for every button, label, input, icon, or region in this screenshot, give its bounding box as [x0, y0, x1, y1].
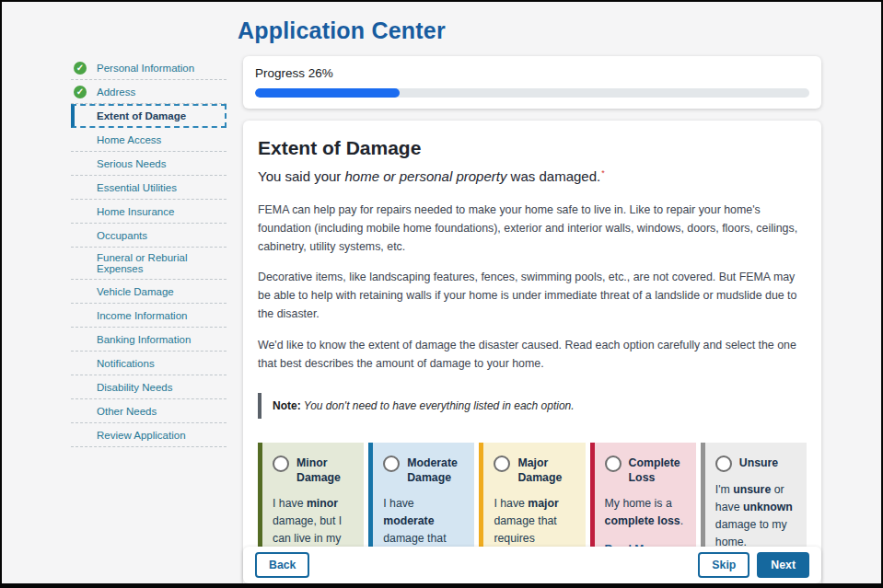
extent-of-damage-panel: Extent of Damage You said your home or p… — [243, 121, 821, 588]
required-asterisk: * — [601, 168, 605, 178]
description-text: I have — [273, 497, 307, 510]
sidebar-item-label: Vehicle Damage — [97, 286, 174, 297]
option-description: My home is a complete loss. — [605, 495, 686, 530]
section-heading: Extent of Damage — [258, 137, 807, 159]
description-bold: moderate — [383, 514, 434, 527]
application-window: Application Center ✓ Personal Informatio… — [0, 0, 883, 588]
info-paragraph: Decorative items, like landscaping featu… — [258, 268, 807, 323]
sidebar-item-personal-information[interactable]: ✓ Personal Information — [71, 56, 227, 80]
page-title: Application Center — [238, 17, 446, 44]
skip-button[interactable]: Skip — [698, 552, 749, 578]
option-title: Minor Damage — [296, 455, 354, 486]
progress-card: Progress 26% — [243, 56, 821, 109]
description-bold: unsure — [733, 483, 771, 496]
subheading-text: You said your — [258, 168, 345, 184]
sidebar-item-label: Income Information — [97, 310, 187, 321]
description-text: I have — [383, 497, 414, 510]
sidebar-item-label: Home Access — [97, 134, 161, 145]
info-paragraph: FEMA can help pay for repairs needed to … — [258, 201, 807, 256]
sidebar-item-home-access[interactable]: Home Access — [71, 128, 227, 152]
question-subheading: You said your home or personal property … — [258, 168, 807, 184]
next-button[interactable]: Next — [757, 552, 809, 578]
radio-button[interactable] — [494, 455, 510, 472]
subheading-text: was damaged. — [506, 168, 600, 184]
sidebar-item-occupants[interactable]: Occupants — [71, 224, 227, 248]
sidebar-item-serious-needs[interactable]: Serious Needs — [71, 152, 227, 176]
progress-fill — [255, 88, 400, 98]
subheading-emphasis: home or personal property — [345, 168, 507, 184]
description-bold: minor — [307, 497, 338, 510]
description-text: I'm — [715, 483, 733, 496]
description-bold: unknown — [743, 501, 793, 513]
sidebar-item-funeral-or-reburial-expenses[interactable]: Funeral or Reburial Expenses — [71, 248, 227, 280]
sidebar-item-income-information[interactable]: Income Information — [71, 304, 227, 328]
sidebar-item-label: Extent of Damage — [97, 110, 186, 121]
progress-bar-track — [255, 88, 809, 98]
note-text: You don't need to have everything listed… — [301, 399, 575, 412]
sidebar-item-label: Review Application — [97, 430, 186, 441]
sidebar-item-label: Notifications — [97, 358, 155, 369]
option-description: I'm unsure or have unknown damage to my … — [715, 481, 796, 551]
back-button[interactable]: Back — [255, 552, 309, 578]
option-title: Major Damage — [517, 455, 575, 486]
sidebar-item-label: Serious Needs — [97, 158, 166, 169]
form-navigation-bar: Back Skip Next — [243, 547, 821, 583]
note-label: Note: — [273, 399, 301, 412]
progress-label: Progress 26% — [255, 66, 809, 80]
description-bold: complete loss — [605, 514, 680, 527]
info-paragraph: We'd like to know the extent of damage t… — [258, 336, 807, 373]
sidebar-item-label: Funeral or Reburial Expenses — [97, 252, 223, 274]
sidebar-item-label: Occupants — [97, 230, 147, 241]
sidebar-item-address[interactable]: ✓ Address — [71, 80, 227, 104]
radio-button[interactable] — [605, 455, 622, 472]
sidebar-item-label: Other Needs — [97, 406, 157, 417]
sidebar-item-banking-information[interactable]: Banking Information — [71, 328, 227, 352]
description-text: . — [680, 514, 683, 527]
description-bold: major — [528, 497, 559, 510]
sidebar-item-home-insurance[interactable]: Home Insurance — [71, 200, 227, 224]
description-text: damage to my home. — [715, 518, 787, 548]
sidebar-item-essential-utilities[interactable]: Essential Utilities — [71, 176, 227, 200]
sidebar-item-disability-needs[interactable]: Disability Needs — [71, 375, 227, 399]
sidebar-item-other-needs[interactable]: Other Needs — [71, 399, 227, 423]
check-icon: ✓ — [74, 62, 87, 75]
sidebar-item-vehicle-damage[interactable]: Vehicle Damage — [71, 280, 227, 304]
option-title: Complete Loss — [629, 455, 686, 486]
footer-right-buttons: Skip Next — [698, 552, 809, 578]
check-icon: ✓ — [74, 86, 87, 98]
sidebar-item-label: Disability Needs — [97, 382, 172, 393]
sidebar: ✓ Personal Information ✓ Address Extent … — [71, 56, 227, 447]
radio-button[interactable] — [273, 455, 289, 472]
sidebar-item-label: Banking Information — [97, 334, 191, 345]
sidebar-item-label: Home Insurance — [97, 206, 174, 217]
sidebar-item-extent-of-damage[interactable]: Extent of Damage — [71, 104, 227, 128]
option-title: Moderate Damage — [407, 455, 464, 486]
description-text: I have — [494, 497, 528, 510]
radio-button[interactable] — [383, 455, 400, 472]
sidebar-item-notifications[interactable]: Notifications — [71, 352, 227, 375]
sidebar-item-review-application[interactable]: Review Application — [71, 423, 227, 447]
description-text: My home is a — [605, 497, 672, 510]
sidebar-item-label: Essential Utilities — [97, 182, 177, 193]
sidebar-item-label: Address — [97, 86, 135, 98]
note-callout: Note: You don't need to have everything … — [258, 393, 807, 419]
sidebar-item-label: Personal Information — [97, 63, 194, 74]
option-title: Unsure — [739, 455, 778, 471]
radio-button[interactable] — [715, 455, 732, 472]
